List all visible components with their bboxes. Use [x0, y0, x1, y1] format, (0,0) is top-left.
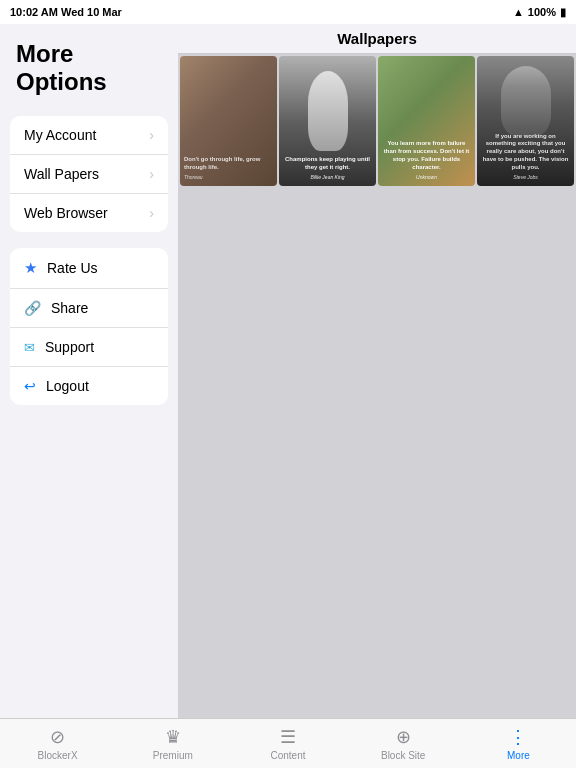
tab-content-label: Content	[270, 750, 305, 761]
wallpaper-2-quote: Champions keep playing until they get it…	[283, 156, 372, 172]
main-body	[178, 188, 576, 718]
sidebar-item-wall-papers-label: Wall Papers	[24, 166, 149, 182]
status-time: 10:02 AM Wed 10 Mar	[10, 6, 122, 18]
wifi-icon: ▲	[513, 6, 524, 18]
share-icon: 🔗	[24, 300, 41, 316]
sidebar-title: More Options	[0, 40, 178, 116]
sidebar-item-logout[interactable]: ↩ Logout	[10, 367, 168, 405]
wallpaper-4-quote: If you are working on something exciting…	[481, 133, 570, 172]
tab-premium-label: Premium	[153, 750, 193, 761]
wallpaper-grid: Don't go through life, grow through life…	[178, 54, 576, 188]
sidebar-item-share[interactable]: 🔗 Share	[10, 289, 168, 328]
sidebar-group-2: ★ Rate Us 🔗 Share ✉ Support ↩ Logout	[10, 248, 168, 405]
premium-icon: ♛	[165, 726, 181, 748]
wallpaper-3-quote: You learn more from failure than from su…	[382, 140, 471, 171]
sidebar-item-web-browser[interactable]: Web Browser ›	[10, 194, 168, 232]
more-icon: ⋮	[509, 726, 527, 748]
wallpaper-item-2[interactable]: Champions keep playing until they get it…	[279, 56, 376, 186]
tab-blockerx-label: BlockerX	[38, 750, 78, 761]
wallpaper-2-text: Champions keep playing until they get it…	[283, 156, 372, 180]
wallpaper-item-3[interactable]: You learn more from failure than from su…	[378, 56, 475, 186]
sidebar-item-my-account-label: My Account	[24, 127, 149, 143]
sidebar-item-my-account[interactable]: My Account ›	[10, 116, 168, 155]
logout-icon: ↩	[24, 378, 36, 394]
athlete-figure	[308, 71, 348, 151]
wallpaper-2-author: Billie Jean King	[283, 174, 372, 181]
wallpaper-item-4[interactable]: If you are working on something exciting…	[477, 56, 574, 186]
battery-icon: ▮	[560, 6, 566, 19]
tab-more-label: More	[507, 750, 530, 761]
wallpaper-item-1[interactable]: Don't go through life, grow through life…	[180, 56, 277, 186]
tab-block-site[interactable]: ⊕ Block Site	[346, 722, 461, 765]
main-header: Wallpapers	[178, 24, 576, 54]
sidebar-item-support-label: Support	[45, 339, 94, 355]
sidebar-item-logout-label: Logout	[46, 378, 89, 394]
tab-content[interactable]: ☰ Content	[230, 722, 345, 765]
wallpaper-1-text: Don't go through life, grow through life…	[184, 156, 273, 180]
blockerx-icon: ⊘	[50, 726, 65, 748]
sidebar-item-web-browser-label: Web Browser	[24, 205, 149, 221]
status-bar: 10:02 AM Wed 10 Mar ▲ 100% ▮	[0, 0, 576, 24]
status-indicators: ▲ 100% ▮	[513, 6, 566, 19]
wallpaper-4-author: Steve Jobs	[481, 174, 570, 181]
wallpaper-4-text: If you are working on something exciting…	[481, 133, 570, 180]
content-icon: ☰	[280, 726, 296, 748]
wallpaper-3-author: Unknown	[382, 174, 471, 181]
block-site-icon: ⊕	[396, 726, 411, 748]
sidebar-item-share-label: Share	[51, 300, 88, 316]
sidebar-group-1: My Account › Wall Papers › Web Browser ›	[10, 116, 168, 232]
sidebar-item-support[interactable]: ✉ Support	[10, 328, 168, 367]
tab-block-site-label: Block Site	[381, 750, 425, 761]
star-icon: ★	[24, 259, 37, 277]
sidebar: More Options My Account › Wall Papers › …	[0, 24, 178, 718]
tab-bar: ⊘ BlockerX ♛ Premium ☰ Content ⊕ Block S…	[0, 718, 576, 768]
tab-blockerx[interactable]: ⊘ BlockerX	[0, 722, 115, 765]
main-content: Wallpapers Don't go through life, grow t…	[178, 24, 576, 718]
sidebar-item-rate-us-label: Rate Us	[47, 260, 98, 276]
sidebar-item-rate-us[interactable]: ★ Rate Us	[10, 248, 168, 289]
support-icon: ✉	[24, 340, 35, 355]
app-container: More Options My Account › Wall Papers › …	[0, 24, 576, 718]
battery-label: 100%	[528, 6, 556, 18]
wallpaper-1-author: Thoreau	[184, 174, 273, 181]
chevron-icon: ›	[149, 166, 154, 182]
portrait-figure	[501, 66, 551, 136]
wallpaper-1-quote: Don't go through life, grow through life…	[184, 156, 273, 172]
wallpaper-3-text: You learn more from failure than from su…	[382, 140, 471, 180]
chevron-icon: ›	[149, 127, 154, 143]
sidebar-item-wall-papers[interactable]: Wall Papers ›	[10, 155, 168, 194]
tab-more[interactable]: ⋮ More	[461, 722, 576, 765]
tab-premium[interactable]: ♛ Premium	[115, 722, 230, 765]
chevron-icon: ›	[149, 205, 154, 221]
